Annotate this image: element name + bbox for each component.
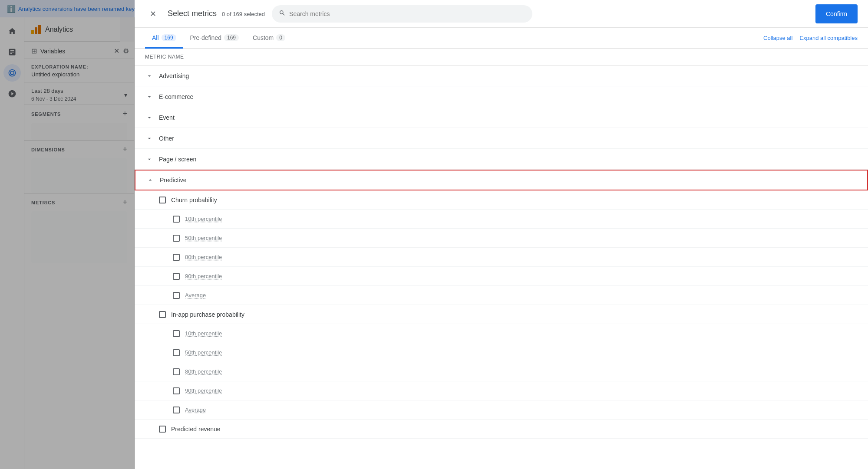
modal-tabs: All 169 Pre-defined 169 Custom 0 Collaps… [135,28,868,49]
inapp-10th-label: 10th percentile [185,330,222,337]
search-input[interactable] [289,10,525,17]
modal-close-button[interactable]: ✕ [145,6,161,22]
metric-predicted-revenue[interactable]: Predicted revenue [135,420,868,439]
category-page-screen-label: Page / screen [159,156,196,163]
category-predictive-label: Predictive [160,177,186,184]
tab-actions: Collapse all Expand all compatibles [763,35,858,41]
metric-inapp-average[interactable]: Average [135,400,868,420]
metric-churn-10th[interactable]: 10th percentile [135,210,868,229]
churn-probability-checkbox[interactable] [159,197,166,203]
inapp-50th-checkbox[interactable] [173,349,180,356]
predicted-revenue-label: Predicted revenue [171,426,221,433]
metric-inapp-50th[interactable]: 50th percentile [135,343,868,362]
category-other[interactable]: Other [135,128,868,149]
churn-90th-label: 90th percentile [185,273,222,279]
chevron-down-icon [145,72,154,79]
churn-10th-label: 10th percentile [185,216,222,222]
inapp-50th-label: 50th percentile [185,349,222,356]
category-predictive[interactable]: Predictive [135,170,868,190]
inapp-10th-checkbox[interactable] [173,330,180,337]
tab-all[interactable]: All 169 [145,28,183,49]
category-ecommerce-label: E-commerce [159,93,193,100]
collapse-all-link[interactable]: Collapse all [763,35,792,41]
inapp-90th-checkbox[interactable] [173,387,180,394]
churn-10th-checkbox[interactable] [173,216,180,223]
tab-predefined[interactable]: Pre-defined 169 [183,28,246,49]
tab-all-count: 169 [162,34,176,41]
churn-probability-label: Churn probability [171,197,217,203]
metric-inapp-80th[interactable]: 80th percentile [135,362,868,381]
category-advertising-label: Advertising [159,72,189,79]
category-event[interactable]: Event [135,107,868,128]
chevron-down-icon [145,114,154,121]
metric-inapp-10th[interactable]: 10th percentile [135,324,868,343]
metric-churn-probability[interactable]: Churn probability [135,190,868,210]
predicted-revenue-checkbox[interactable] [159,426,166,433]
category-page-screen[interactable]: Page / screen [135,149,868,170]
churn-average-checkbox[interactable] [173,292,180,299]
churn-80th-label: 80th percentile [185,254,222,260]
metric-churn-average[interactable]: Average [135,286,868,305]
inapp-average-checkbox[interactable] [173,407,180,413]
chevron-down-icon [145,156,154,163]
search-box[interactable] [272,5,532,23]
close-icon: ✕ [150,9,156,19]
churn-50th-checkbox[interactable] [173,235,180,242]
tab-predefined-label: Pre-defined [190,34,221,41]
tab-custom-label: Custom [253,34,274,41]
metric-churn-90th[interactable]: 90th percentile [135,267,868,286]
churn-80th-checkbox[interactable] [173,254,180,261]
churn-90th-checkbox[interactable] [173,273,180,280]
chevron-up-icon [146,177,155,184]
metric-churn-80th[interactable]: 80th percentile [135,248,868,267]
churn-average-label: Average [185,292,206,298]
category-ecommerce[interactable]: E-commerce [135,86,868,107]
metric-churn-50th[interactable]: 50th percentile [135,229,868,248]
tab-custom-count: 0 [276,34,285,41]
inapp-90th-label: 90th percentile [185,387,222,394]
modal-title: Select metrics [168,9,217,18]
expand-compatibles-link[interactable]: Expand all compatibles [799,35,858,41]
modal-content[interactable]: Metric name Advertising E-commerce Event [135,49,868,469]
modal-header: ✕ Select metrics 0 of 169 selected Confi… [135,0,868,28]
search-icon [279,10,286,18]
chevron-down-icon [145,135,154,142]
tab-custom[interactable]: Custom 0 [246,28,292,49]
col-header: Metric name [135,49,868,66]
select-metrics-modal: ✕ Select metrics 0 of 169 selected Confi… [135,0,868,469]
inapp-80th-checkbox[interactable] [173,368,180,375]
category-event-label: Event [159,114,175,121]
inapp-average-label: Average [185,407,206,413]
tab-predefined-count: 169 [224,34,239,41]
churn-50th-label: 50th percentile [185,235,222,241]
category-other-label: Other [159,135,174,142]
metric-inapp-probability[interactable]: In-app purchase probability [135,305,868,324]
tab-all-label: All [152,34,159,41]
confirm-button[interactable]: Confirm [815,4,858,23]
category-advertising[interactable]: Advertising [135,66,868,86]
chevron-down-icon [145,93,154,100]
inapp-probability-label: In-app purchase probability [171,311,244,318]
inapp-80th-label: 80th percentile [185,368,222,375]
inapp-probability-checkbox[interactable] [159,311,166,318]
modal-count: 0 of 169 selected [222,11,265,17]
metric-inapp-90th[interactable]: 90th percentile [135,381,868,400]
